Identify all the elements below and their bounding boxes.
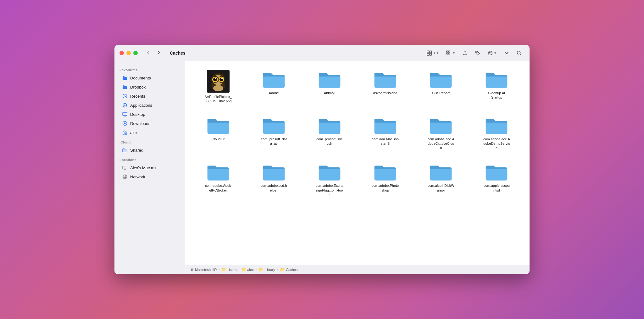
breadcrumb-alex[interactable]: 📁 alex: [242, 268, 254, 272]
svg-point-10: [489, 52, 490, 53]
file-label: Adobe: [269, 91, 279, 95]
folder-icon-svg: [207, 116, 230, 135]
svg-rect-5: [448, 51, 450, 52]
folder-icon-svg: [318, 163, 341, 181]
sidebar-alex-label: alex: [130, 130, 138, 135]
svg-point-12: [517, 51, 520, 54]
file-item[interactable]: Animoji: [304, 68, 355, 106]
sort-button[interactable]: [501, 49, 512, 57]
tag-button[interactable]: [472, 49, 483, 57]
download-icon: [122, 121, 128, 126]
svg-point-27: [124, 175, 126, 179]
file-item[interactable]: com_prosoft_data_av: [248, 114, 299, 153]
breadcrumb-caches-label: Caches: [286, 268, 297, 272]
folder-icon-svg: [430, 116, 452, 135]
sidebar-applications-label: Applications: [130, 103, 152, 108]
svg-rect-23: [123, 166, 127, 169]
file-item[interactable]: com.adobe.ccd.helper: [248, 160, 299, 199]
sidebar-shared-label: Shared: [130, 148, 143, 153]
folder-icon-sm: 📁: [221, 268, 226, 272]
file-item[interactable]: CloudKit: [193, 114, 243, 153]
sidebar-item-mac-mini[interactable]: Alex's Mac mini: [117, 163, 182, 172]
sidebar-item-network[interactable]: Network: [117, 172, 182, 181]
file-label: com.ada.MacBooster-8: [372, 137, 399, 146]
file-item[interactable]: com.ada.MacBooster-8: [360, 114, 411, 153]
file-item[interactable]: com.adobe.AdobeIPCBroker: [193, 160, 243, 199]
file-thumbnail: [207, 70, 230, 93]
file-label: com.adobe.acc.AdobeCr...tiveCloud: [427, 137, 455, 150]
sidebar-item-alex[interactable]: alex: [117, 128, 182, 137]
toolbar: Caches ▲▼ ▼: [114, 45, 530, 61]
sidebar-item-downloads[interactable]: Downloads: [117, 119, 182, 128]
file-item[interactable]: Adobe: [248, 68, 299, 106]
file-grid-container: AAProfilePicture_658575...062.png Adobe: [185, 61, 530, 265]
breadcrumb-caches[interactable]: 📁 Caches: [280, 268, 297, 272]
folder-icon-svg: [207, 163, 230, 181]
folder-icon-sm-3: 📁: [258, 268, 263, 272]
sidebar-item-desktop[interactable]: Desktop: [117, 110, 182, 119]
file-grid: AAProfilePicture_658575...062.png Adobe: [193, 68, 522, 199]
file-label: Cleanup At Startup: [482, 91, 511, 100]
view-toggle-button[interactable]: ▲▼: [424, 49, 441, 57]
breadcrumb-sep-4: ›: [277, 268, 278, 271]
folder-icon-svg: [263, 70, 285, 89]
file-item[interactable]: CBSReport: [416, 68, 466, 106]
svg-rect-7: [448, 53, 450, 54]
svg-point-26: [123, 175, 127, 179]
main-content: Favourites Documents Dropbox: [114, 61, 530, 274]
minimize-button[interactable]: [126, 51, 131, 55]
sidebar-item-dropbox[interactable]: Dropbox: [117, 83, 182, 91]
back-button[interactable]: [144, 49, 153, 57]
finder-window: Caches ▲▼ ▼: [114, 45, 530, 274]
breadcrumb-users-label: Users: [227, 268, 236, 272]
applications-icon: [122, 102, 128, 108]
file-item[interactable]: com.adobe.acc.AdobeDe...pService: [471, 114, 522, 153]
sidebar-item-documents[interactable]: Documents: [117, 73, 182, 82]
breadcrumb-library[interactable]: 📁 Library: [258, 268, 275, 272]
sidebar-item-applications[interactable]: Applications: [117, 101, 182, 110]
svg-point-9: [488, 51, 492, 55]
globe-icon: [122, 174, 128, 180]
file-label: com_prosoft_svccch: [316, 137, 342, 146]
file-item[interactable]: com.apple.accountsd: [471, 160, 522, 199]
emoji-button[interactable]: ▼: [485, 49, 499, 57]
maximize-button[interactable]: [133, 51, 138, 55]
folder-icon-svg: [374, 163, 397, 181]
file-item[interactable]: com.adobe.acc.AdobeCr...tiveCloud: [416, 114, 466, 153]
breadcrumb-library-label: Library: [264, 268, 275, 272]
file-item[interactable]: com.adobe.ExchangePlug...omHook: [304, 160, 355, 199]
sidebar-mac-mini-label: Alex's Mac mini: [130, 165, 158, 170]
sidebar-desktop-label: Desktop: [130, 112, 145, 117]
hd-icon: 🖥: [190, 268, 194, 272]
file-label: com.adobe.ccd.helper: [261, 183, 287, 192]
shared-folder-icon: [122, 147, 128, 153]
file-item[interactable]: com.adobe.Photoshop: [360, 160, 411, 199]
file-item[interactable]: askpermissiond: [360, 68, 411, 106]
traffic-lights: [119, 51, 138, 55]
svg-point-11: [491, 52, 491, 53]
breadcrumb-sep-1: ›: [219, 268, 219, 271]
svg-point-40: [215, 78, 216, 79]
gallery-view-button[interactable]: ▼: [443, 49, 458, 57]
file-item[interactable]: com_prosoft_svccch: [304, 114, 355, 153]
folder-icon-svg: [485, 116, 508, 135]
share-button[interactable]: [460, 49, 470, 57]
folder-icon-sm-4: 📁: [280, 268, 285, 272]
forward-button[interactable]: [154, 49, 163, 57]
close-button[interactable]: [119, 51, 124, 55]
clock-icon: [122, 93, 128, 99]
breadcrumb-users[interactable]: 📁 Users: [221, 268, 236, 272]
search-button[interactable]: [514, 49, 525, 57]
folder-dropbox-icon: [122, 84, 128, 90]
breadcrumb-alex-label: alex: [247, 268, 254, 272]
file-item[interactable]: Cleanup At Startup: [471, 68, 522, 106]
sidebar-item-recents[interactable]: Recents: [117, 92, 182, 100]
file-label: com.adobe.acc.AdobeDe...pService: [482, 137, 511, 150]
icloud-label: iCloud: [114, 137, 185, 145]
sidebar-network-label: Network: [130, 175, 145, 179]
folder-icon-svg: [374, 70, 397, 89]
sidebar-item-shared[interactable]: Shared: [117, 146, 182, 154]
file-item[interactable]: AAProfilePicture_658575...062.png: [193, 68, 243, 106]
breadcrumb-hd[interactable]: 🖥 Macintosh HD: [190, 268, 217, 272]
file-item[interactable]: com.alsoft.DiskWarrior: [416, 160, 466, 199]
